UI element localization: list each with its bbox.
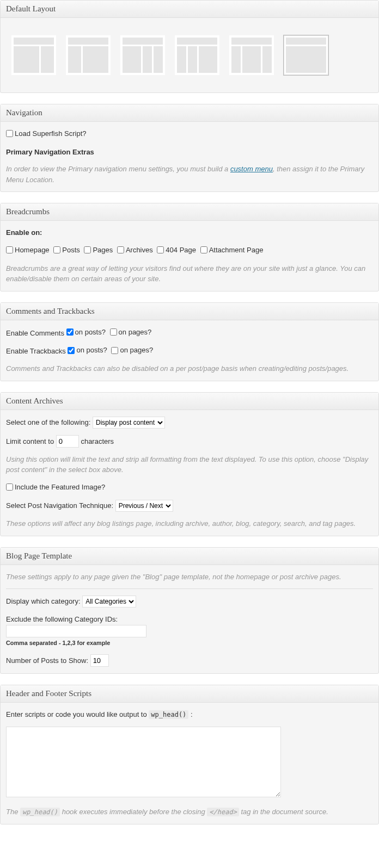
- panel-heading: Blog Page Template: [1, 548, 378, 565]
- limit-desc: Using this option will limit the text an…: [6, 454, 373, 475]
- scripts-desc: The wp_head() hook executes immediately …: [6, 807, 373, 817]
- primary-nav-extras-heading: Primary Navigation Extras: [6, 148, 94, 156]
- panel-heading: Default Layout: [1, 1, 378, 18]
- enable-comments-label: Enable Comments: [6, 329, 64, 337]
- panel-body: Select one of the following: Display pos…: [1, 410, 378, 536]
- panel-heading: Breadcrumbs: [1, 203, 378, 221]
- breadcrumb-attachment-checkbox[interactable]: [200, 246, 207, 253]
- layout-option-full-width[interactable]: [284, 35, 328, 75]
- breadcrumb-404-checkbox[interactable]: [157, 246, 164, 253]
- nav-technique-select[interactable]: Previous / Next: [115, 500, 173, 512]
- layout-option-sidebar-sidebar-content[interactable]: [175, 35, 219, 75]
- display-category-label: Display which category:: [6, 597, 81, 605]
- header-scripts-textarea[interactable]: [6, 727, 281, 797]
- breadcrumb-404-label[interactable]: 404 Page: [157, 245, 196, 256]
- exclude-ids-input[interactable]: [6, 625, 146, 637]
- limit-after: characters: [81, 437, 114, 445]
- navigation-panel: Navigation Load Superfish Script? Primar…: [0, 104, 379, 192]
- breadcrumb-posts-checkbox[interactable]: [53, 246, 60, 253]
- comments-panel: Comments and Trackbacks Enable Comments …: [0, 302, 379, 381]
- comments-desc: Comments and Trackbacks can also be disa…: [6, 363, 373, 374]
- default-layout-panel: Default Layout: [0, 0, 379, 93]
- enter-scripts-before: Enter scripts or code you would like out…: [6, 710, 149, 718]
- num-posts-label: Number of Posts to Show:: [6, 656, 88, 665]
- blog-desc: These settings apply to any page given t…: [6, 572, 373, 582]
- layout-option-content-sidebar-sidebar[interactable]: [120, 35, 165, 75]
- featured-image-checkbox[interactable]: [6, 483, 13, 491]
- layout-option-sidebar-content[interactable]: [66, 35, 111, 75]
- wp-head-code-2: wp_head(): [20, 808, 60, 816]
- layout-options: [6, 24, 373, 86]
- comments-pages-checkbox[interactable]: [110, 328, 117, 336]
- layout-option-content-sidebar[interactable]: [11, 35, 56, 75]
- trackbacks-pages-label[interactable]: on pages?: [111, 345, 153, 356]
- breadcrumbs-panel: Breadcrumbs Enable on: Homepage Posts Pa…: [0, 203, 379, 291]
- primary-nav-desc: In order to view the Primary navigation …: [6, 164, 373, 185]
- breadcrumb-attachment-label[interactable]: Attachment Page: [200, 245, 264, 256]
- limit-before: Limit content to: [6, 437, 54, 445]
- panel-heading: Comments and Trackbacks: [1, 303, 378, 320]
- panel-body: Load Superfish Script? Primary Navigatio…: [1, 122, 378, 191]
- enable-on-label: Enable on:: [6, 228, 42, 237]
- featured-image-label[interactable]: Include the Featured Image?: [6, 482, 105, 493]
- breadcrumb-posts-label[interactable]: Posts: [53, 245, 80, 256]
- comments-posts-label[interactable]: on posts?: [66, 327, 106, 338]
- panel-heading: Content Archives: [1, 393, 378, 410]
- panel-body: Enter scripts or code you would like out…: [1, 703, 378, 824]
- nav-technique-label: Select Post Navigation Technique:: [6, 501, 113, 510]
- breadcrumb-homepage-checkbox[interactable]: [6, 246, 13, 253]
- breadcrumb-pages-label[interactable]: Pages: [84, 245, 113, 256]
- panel-body: These settings apply to any page given t…: [1, 565, 378, 674]
- superfish-label[interactable]: Load Superfish Script?: [6, 128, 87, 139]
- panel-heading: Header and Footer Scripts: [1, 685, 378, 703]
- breadcrumb-archives-checkbox[interactable]: [117, 246, 124, 253]
- panel-heading: Navigation: [1, 104, 378, 122]
- archives-panel: Content Archives Select one of the follo…: [0, 392, 379, 536]
- content-display-select[interactable]: Display post content: [93, 417, 165, 429]
- custom-menu-link[interactable]: custom menu: [230, 165, 273, 173]
- num-posts-input[interactable]: [90, 654, 109, 667]
- trackbacks-posts-label[interactable]: on posts?: [68, 345, 107, 356]
- layout-option-sidebar-content-sidebar[interactable]: [229, 35, 274, 75]
- breadcrumb-pages-checkbox[interactable]: [84, 246, 91, 253]
- superfish-text: Load Superfish Script?: [15, 128, 87, 139]
- archives-footer-desc: These options will affect any blog listi…: [6, 518, 373, 529]
- trackbacks-pages-checkbox[interactable]: [111, 347, 118, 354]
- panel-body: Enable on: Homepage Posts Pages Archives…: [1, 221, 378, 290]
- head-tag-code: </head>: [207, 808, 239, 816]
- exclude-ids-label: Exclude the following Category IDs:: [6, 615, 118, 623]
- select-one-label: Select one of the following:: [6, 418, 90, 426]
- blog-panel: Blog Page Template These settings apply …: [0, 547, 379, 674]
- enable-trackbacks-label: Enable Trackbacks: [6, 348, 66, 356]
- panel-body: [1, 18, 378, 92]
- scripts-panel: Header and Footer Scripts Enter scripts …: [0, 685, 379, 824]
- trackbacks-posts-checkbox[interactable]: [68, 347, 75, 354]
- breadcrumb-archives-label[interactable]: Archives: [117, 245, 153, 256]
- breadcrumbs-desc: Breadcrumbs are a great way of letting y…: [6, 263, 373, 284]
- wp-head-code: wp_head(): [149, 710, 188, 719]
- limit-content-input[interactable]: [56, 435, 79, 448]
- panel-body: Enable Comments on posts? on pages? Enab…: [1, 320, 378, 381]
- exclude-hint: Comma separated - 1,2,3 for example: [6, 640, 110, 646]
- display-category-select[interactable]: All Categories: [82, 596, 136, 607]
- divider: [6, 588, 373, 589]
- comments-pages-label[interactable]: on pages?: [110, 327, 152, 338]
- superfish-checkbox[interactable]: [6, 130, 13, 137]
- breadcrumb-homepage-label[interactable]: Homepage: [6, 245, 50, 256]
- comments-posts-checkbox[interactable]: [66, 328, 74, 336]
- enter-scripts-after: :: [188, 710, 192, 718]
